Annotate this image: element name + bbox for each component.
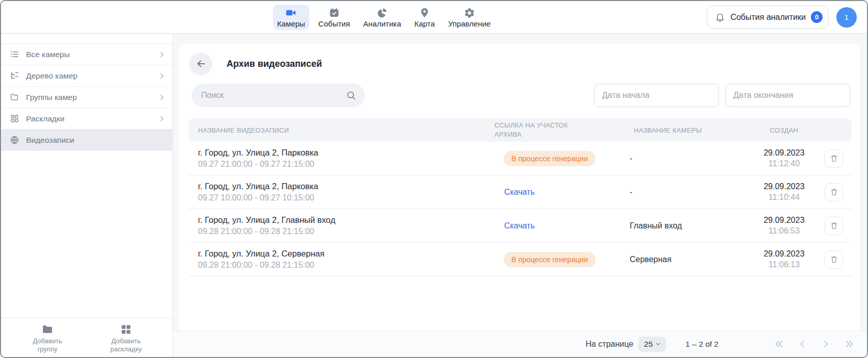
recording-name-cell: г. Город, ул. Улица 2, Серверная09.28 21… xyxy=(189,249,494,270)
created-cell: 29.09.202311:10:44 xyxy=(752,182,816,202)
table-header-row: НАЗВАНИЕ ВИДЕОЗАПИСИ ССЫЛКА НА УЧАСТОК А… xyxy=(189,118,852,142)
actions-cell xyxy=(816,183,852,201)
add-layout-button[interactable]: Добавить раскладку xyxy=(102,323,151,354)
sidebar-item-recordings[interactable]: Видеозаписи xyxy=(1,130,172,151)
created-time: 11:06:13 xyxy=(752,260,816,269)
date-end-input[interactable] xyxy=(725,84,850,107)
date-filters xyxy=(594,84,850,107)
nav-tab-label: Карта xyxy=(414,19,435,28)
sidebar-footer: Добавить группуДобавить раскладку xyxy=(1,318,172,357)
table-row: г. Город, ул. Улица 2, Парковка09.27 21:… xyxy=(189,142,852,175)
created-cell: 29.09.202311:06:13 xyxy=(752,249,816,269)
nav-tab-analytics[interactable]: Аналитика xyxy=(359,5,405,30)
actions-cell xyxy=(816,217,852,235)
camera-name-cell: - xyxy=(630,154,752,163)
nav-tab-camera[interactable]: Камеры xyxy=(273,5,309,30)
per-page-select[interactable]: 25 xyxy=(638,337,666,352)
created-cell: 29.09.202311:06:53 xyxy=(752,216,816,236)
recording-title: г. Город, ул. Улица 2, Парковка xyxy=(198,148,494,158)
previous-page-button[interactable] xyxy=(797,339,808,349)
recording-period: 09.27 10:00:00 - 09.27 10:15:00 xyxy=(198,193,494,202)
map-icon xyxy=(419,7,430,18)
table-row: г. Город, ул. Улица 2, Парковка09.27 10:… xyxy=(189,175,852,209)
generation-status-badge: В процессе генерации xyxy=(504,151,596,166)
nav-tab-map[interactable]: Карта xyxy=(410,5,439,30)
analytics-events-button[interactable]: События аналитики 0 xyxy=(707,6,829,29)
delete-recording-button[interactable] xyxy=(825,183,843,201)
per-page-label: На странице xyxy=(585,340,633,349)
analytics-icon xyxy=(377,7,388,18)
app-window: КамерыСобытияАналитикаКартаУправление Со… xyxy=(0,0,868,358)
last-page-button[interactable] xyxy=(844,339,855,349)
recording-period: 09.28 21:00:00 - 09.28 21:15:00 xyxy=(198,261,494,270)
date-start-input[interactable] xyxy=(594,84,719,107)
search-input[interactable] xyxy=(200,90,346,100)
sidebar-item-folder[interactable]: Группы камер xyxy=(1,87,172,108)
per-page-value: 25 xyxy=(644,340,653,349)
delete-recording-button[interactable] xyxy=(825,217,843,235)
table-body: г. Город, ул. Улица 2, Парковка09.27 21:… xyxy=(189,142,852,276)
created-date: 29.09.2023 xyxy=(752,249,816,259)
created-date: 29.09.2023 xyxy=(752,182,816,191)
back-button[interactable] xyxy=(189,53,212,75)
search-field[interactable] xyxy=(191,84,365,107)
first-page-button[interactable] xyxy=(774,339,784,349)
add-group-button[interactable]: Добавить группу xyxy=(23,323,72,354)
chevron-down-icon xyxy=(654,340,662,348)
side-btn-label: Добавить раскладку xyxy=(105,337,147,354)
chevron-icon xyxy=(158,50,166,59)
page-title: Архив видеозаписей xyxy=(227,59,322,69)
camera-name-cell: Серверная xyxy=(630,255,752,264)
delete-recording-button[interactable] xyxy=(825,250,843,269)
table-row: г. Город, ул. Улица 2, Серверная09.28 21… xyxy=(189,243,852,276)
recording-title: г. Город, ул. Улица 2, Парковка xyxy=(198,182,494,191)
sidebar: Все камерыДерево камерГруппы камерРаскла… xyxy=(1,34,173,357)
folder-filled-icon xyxy=(41,323,54,336)
created-date: 29.09.2023 xyxy=(752,148,816,158)
delete-recording-button[interactable] xyxy=(825,149,843,168)
next-page-button[interactable] xyxy=(821,339,831,349)
chevron-icon xyxy=(158,115,166,123)
bell-icon xyxy=(715,12,725,22)
panel-header: Архив видеозаписей xyxy=(186,52,852,75)
recordings-table: НАЗВАНИЕ ВИДЕОЗАПИСИ ССЫЛКА НА УЧАСТОК А… xyxy=(189,118,852,276)
nav-tab-events[interactable]: События xyxy=(314,5,354,30)
main-area: Архив видеозаписей xyxy=(173,34,867,357)
download-link[interactable]: Скачать xyxy=(504,221,535,231)
camera-name-cell: - xyxy=(630,188,752,197)
sidebar-item-label: Дерево камер xyxy=(26,71,78,81)
analytics-events-label: События аналитики xyxy=(730,13,806,22)
recordings-icon xyxy=(10,135,19,145)
column-header-created: СОЗДАН xyxy=(752,126,816,134)
sidebar-item-tree[interactable]: Дерево камер xyxy=(1,65,172,87)
recording-title: г. Город, ул. Улица 2, Серверная xyxy=(198,249,494,259)
pager-controls xyxy=(774,339,855,349)
download-link[interactable]: Скачать xyxy=(504,188,535,197)
main-content: Архив видеозаписей xyxy=(173,34,867,330)
topbar-right-cluster: События аналитики 0 1 xyxy=(707,6,867,29)
nav-tab-label: Аналитика xyxy=(363,19,401,28)
search-icon xyxy=(346,90,356,100)
events-icon xyxy=(329,7,340,18)
chevron-icon xyxy=(158,93,166,101)
trash-icon xyxy=(830,221,838,230)
camera-name-cell: Главный вход xyxy=(630,221,752,231)
archive-link-cell: В процессе генерации xyxy=(494,151,630,166)
created-date: 29.09.2023 xyxy=(752,216,816,225)
grid-filled-icon xyxy=(120,323,132,336)
nav-tab-management[interactable]: Управление xyxy=(444,5,494,30)
trash-icon xyxy=(830,255,838,264)
chevron-icon xyxy=(158,72,166,80)
archive-link-cell: В процессе генерации xyxy=(494,252,630,267)
recording-name-cell: г. Город, ул. Улица 2, Парковка09.27 21:… xyxy=(189,148,494,169)
sidebar-item-label: Видеозаписи xyxy=(26,136,74,145)
created-cell: 29.09.202311:12:40 xyxy=(752,148,816,168)
side-btn-label: Добавить группу xyxy=(26,337,69,354)
created-time: 11:12:40 xyxy=(752,159,816,168)
recording-name-cell: г. Город, ул. Улица 2, Парковка09.27 10:… xyxy=(189,182,494,202)
sidebar-item-label: Все камеры xyxy=(26,50,70,59)
sidebar-item-list[interactable]: Все камеры xyxy=(1,44,172,65)
back-arrow-icon xyxy=(196,59,206,69)
user-avatar[interactable]: 1 xyxy=(836,7,857,28)
sidebar-item-grid[interactable]: Раскладки xyxy=(1,108,172,130)
